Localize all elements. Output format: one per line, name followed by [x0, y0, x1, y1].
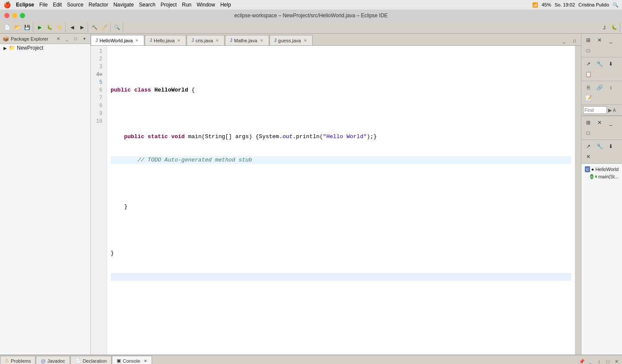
tab-hello[interactable]: J Hello.java ✕ [145, 35, 186, 45]
tab-problems[interactable]: ⚠ Problems [0, 356, 35, 364]
console-close-icon[interactable]: ✕ [144, 359, 147, 363]
outline-btn-8[interactable]: ✕ [583, 152, 593, 161]
outline-btn-3[interactable]: _ [606, 118, 616, 127]
package-explorer-maximize-button[interactable]: □ [72, 35, 79, 42]
back-button[interactable]: ◀ [67, 23, 77, 32]
tab-console[interactable]: ▣ Console ✕ [112, 356, 152, 364]
outline-class-label: HelloWorld [595, 167, 619, 172]
outline-class-item[interactable]: C ● HelloWorld [583, 165, 620, 173]
tab-close-mathe[interactable]: ✕ [259, 38, 264, 43]
line-6: 6 [91, 86, 105, 94]
menu-file[interactable]: File [39, 2, 48, 8]
editor-min-button[interactable]: _ [559, 36, 569, 45]
btab-close-button[interactable]: ✕ [612, 358, 620, 364]
outline-btn-7[interactable]: ⬇ [606, 142, 616, 151]
tab-declaration[interactable]: 📄 Declaration [70, 356, 112, 364]
code-content[interactable]: public class HelloWorld { public static … [107, 46, 575, 355]
tab-close-cris[interactable]: ✕ [215, 38, 220, 43]
run-last-button[interactable]: ⚡ [55, 23, 64, 32]
package-explorer-close-button[interactable]: ✕ [55, 35, 62, 42]
package-explorer-minimize-button[interactable]: _ [63, 35, 70, 42]
java-perspective-button[interactable]: J [600, 23, 609, 32]
outline-method-item[interactable]: m main(St... [583, 173, 620, 180]
line-10: 10 [91, 117, 105, 125]
rp-btn-8[interactable]: 📋 [583, 70, 593, 79]
outline-btn-2[interactable]: ✕ [594, 118, 605, 127]
rp-btn-10[interactable]: 🔗 [594, 83, 605, 92]
menu-window[interactable]: Window [197, 2, 215, 8]
find-input[interactable] [583, 106, 607, 114]
close-button[interactable] [4, 13, 10, 18]
tab-close-guess[interactable]: ✕ [303, 38, 308, 43]
menu-navigate[interactable]: Navigate [113, 2, 133, 8]
search-button[interactable]: 🔍 [112, 23, 122, 32]
tab-helloworld[interactable]: J HelloWorld.java ✕ [91, 35, 144, 45]
menu-search[interactable]: Search [139, 2, 156, 8]
package-explorer-header: 📦 Package Explorer ✕ _ □ ▾ [0, 34, 90, 44]
main-layout: 📦 Package Explorer ✕ _ □ ▾ ▶ 📁 NewProjec… [0, 34, 622, 355]
clean-button[interactable]: 🧹 [100, 23, 109, 32]
debug-perspective-button[interactable]: 🐛 [609, 23, 619, 32]
tab-java-icon-guess: J [274, 38, 277, 43]
outline-btn-1[interactable]: ⊞ [583, 118, 593, 127]
tab-guess[interactable]: J guess.java ✕ [270, 35, 313, 45]
package-explorer-title: Package Explorer [11, 36, 53, 41]
right-panel-outline: ⊞ ✕ _ □ ↗ 🔧 ⬇ ✕ C ● HelloWorld m [581, 115, 622, 355]
btab-pin-button[interactable]: 📌 [578, 358, 586, 364]
battery-label: 45% [542, 2, 551, 7]
menu-eclipse[interactable]: Eclipse [16, 2, 34, 8]
tab-cris[interactable]: J cris.java ✕ [187, 35, 225, 45]
menu-project[interactable]: Project [161, 2, 177, 8]
outline-btn-5[interactable]: ↗ [583, 142, 593, 151]
menu-help[interactable]: Help [220, 2, 231, 8]
menu-edit[interactable]: Edit [53, 2, 62, 8]
minimize-button[interactable] [12, 13, 17, 18]
tab-close-helloworld[interactable]: ✕ [134, 38, 140, 43]
menu-source[interactable]: Source [67, 2, 83, 8]
rp-btn-11[interactable]: ↕ [606, 83, 616, 92]
package-explorer-menu-button[interactable]: ▾ [81, 35, 88, 42]
new-button[interactable]: 📄 [3, 23, 12, 32]
build-button[interactable]: 🔨 [90, 23, 99, 32]
right-panel-third-row: ⎘ 🔗 ↕ 📝 [581, 81, 622, 105]
tab-mathe[interactable]: J Mathe.java ✕ [225, 35, 269, 45]
search-icon[interactable]: 🔍 [612, 2, 619, 8]
rp-btn-9[interactable]: ⎘ [583, 83, 593, 92]
btab-clear-button[interactable]: _ [587, 358, 594, 364]
editor-max-button[interactable]: □ [570, 36, 579, 45]
run-button[interactable]: ▶ [35, 23, 44, 32]
open-button[interactable]: 📂 [13, 23, 22, 32]
editor-scrollbar[interactable] [575, 46, 581, 355]
rp-btn-6[interactable]: 🔧 [594, 59, 605, 69]
tab-label-cris: cris.java [196, 38, 213, 43]
outline-toolbar-2: ↗ 🔧 ⬇ ✕ [581, 140, 622, 164]
editor-tabs: J HelloWorld.java ✕ J Hello.java ✕ J cri… [91, 34, 581, 46]
tab-label-helloworld: HelloWorld.java [100, 38, 133, 43]
rp-btn-1[interactable]: ⊞ [583, 35, 593, 45]
menu-refactor[interactable]: Refactor [89, 2, 108, 8]
rp-btn-5[interactable]: ↗ [583, 59, 593, 69]
btab-scroll-button[interactable]: ↕ [595, 358, 603, 364]
problems-icon: ⚠ [5, 358, 9, 364]
package-explorer: 📦 Package Explorer ✕ _ □ ▾ ▶ 📁 NewProjec… [0, 34, 91, 355]
outline-btn-6[interactable]: 🔧 [594, 142, 605, 151]
rp-btn-4[interactable]: □ [583, 46, 593, 55]
forward-button[interactable]: ▶ [77, 23, 87, 32]
tree-item-newproject[interactable]: ▶ 📁 NewProject [0, 44, 90, 52]
rp-btn-12[interactable]: 📝 [583, 93, 593, 103]
outline-btn-4[interactable]: □ [583, 128, 593, 138]
tab-close-hello[interactable]: ✕ [176, 38, 181, 43]
find-next-button[interactable]: ▶ [608, 108, 612, 113]
maximize-button[interactable] [20, 13, 25, 18]
code-editor[interactable]: 1 2 3 4⊖ 5 6 7 8 9 10 public class Hello… [91, 46, 581, 355]
rp-btn-7[interactable]: ⬇ [606, 59, 616, 69]
rp-btn-3[interactable]: _ [606, 35, 616, 45]
rp-btn-2[interactable]: ✕ [594, 35, 605, 45]
btab-max-button[interactable]: □ [604, 358, 612, 364]
line-5: 5 [91, 79, 105, 86]
apple-menu[interactable]: 🍎 [3, 1, 11, 8]
debug-button[interactable]: 🐛 [45, 23, 54, 32]
menu-run[interactable]: Run [182, 2, 191, 8]
save-button[interactable]: 💾 [22, 23, 32, 32]
tab-javadoc[interactable]: @ Javadoc [36, 356, 70, 364]
